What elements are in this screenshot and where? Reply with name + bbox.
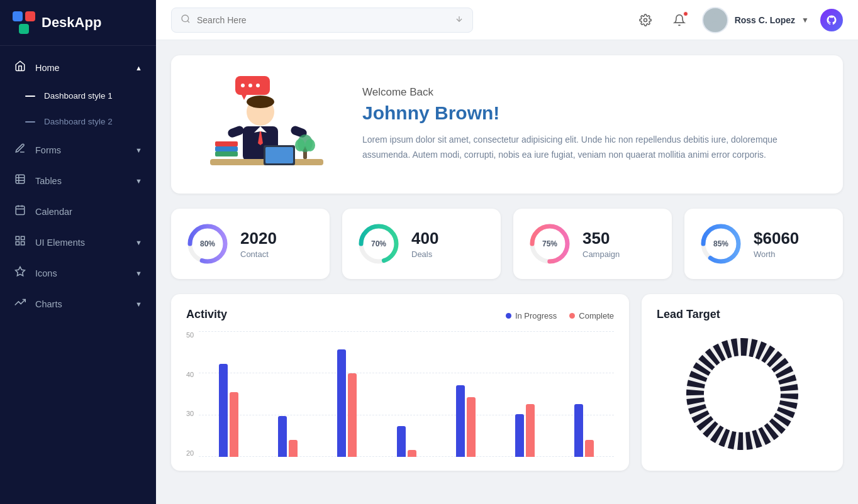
stat-label: Deals — [411, 249, 438, 259]
sidebar-nav: Home ▲ Dashboard style 1 Dashboard style… — [0, 46, 156, 504]
lead-title: Lead Target — [657, 308, 828, 321]
donut-label: 75% — [542, 239, 557, 248]
icons-chevron: ▼ — [135, 270, 142, 277]
donut-ring: 80% — [186, 222, 229, 265]
charts-chevron: ▼ — [135, 300, 142, 308]
donut-ring: 85% — [699, 222, 742, 265]
bar-in-progress — [219, 364, 228, 457]
notification-dot — [683, 11, 688, 16]
bar-in-progress — [278, 416, 287, 457]
donut-ring: 75% — [528, 222, 571, 265]
stat-info: 2020 Contact — [240, 229, 277, 259]
forms-label: Forms — [35, 145, 61, 155]
stat-card-worth: 85% $6060 Worth — [684, 209, 843, 279]
bar-pair — [574, 404, 594, 457]
sidebar-item-dashboard2[interactable]: Dashboard style 2 — [0, 109, 156, 134]
svg-rect-11 — [16, 236, 19, 239]
stat-info: 400 Deals — [411, 229, 438, 259]
bar-complete — [289, 440, 298, 457]
welcome-card: Welcome Back Johnny Brown! Lorem ipsum d… — [171, 55, 843, 194]
sidebar: DeskApp Home ▲ Dashboard style 1 Dashboa… — [0, 0, 156, 504]
svg-rect-13 — [16, 242, 19, 245]
sidebar-item-ui-elements[interactable]: UI Elements ▼ — [0, 227, 156, 258]
welcome-text: Welcome Back Johnny Brown! Lorem ipsum d… — [362, 86, 823, 163]
dashboard1-label: Dashboard style 1 — [44, 91, 113, 101]
search-bar[interactable] — [171, 8, 473, 33]
welcome-name: Johnny Brown! — [362, 102, 823, 124]
bottom-row: Activity In ProgressComplete 50403020 — [171, 294, 843, 471]
legend-label: In Progress — [515, 311, 557, 320]
bar-pair — [278, 416, 298, 457]
github-button[interactable] — [820, 9, 843, 31]
home-icon — [14, 60, 26, 75]
svg-point-19 — [644, 18, 647, 21]
y-axis-label: 20 — [186, 449, 194, 457]
bars-group — [199, 331, 614, 457]
dashboard2-label: Dashboard style 2 — [44, 117, 113, 126]
sidebar-item-tables[interactable]: Tables ▼ — [0, 165, 156, 196]
settings-button[interactable] — [634, 9, 657, 31]
activity-card: Activity In ProgressComplete 50403020 — [171, 294, 629, 471]
sidebar-item-charts[interactable]: Charts ▼ — [0, 288, 156, 319]
avatar — [702, 7, 728, 33]
tables-chevron: ▼ — [135, 177, 142, 185]
app-name: DeskApp — [42, 14, 101, 31]
sidebar-item-icons[interactable]: Icons ▼ — [0, 258, 156, 288]
bar-in-progress — [456, 385, 465, 457]
stat-info: $6060 Worth — [754, 229, 799, 259]
svg-marker-25 — [242, 95, 247, 100]
svg-line-17 — [187, 21, 189, 23]
donut-label: 85% — [713, 239, 728, 248]
lead-donut — [657, 331, 828, 457]
stat-card-campaign: 75% 350 Campaign — [513, 209, 672, 279]
icons-label: Icons — [35, 268, 57, 278]
forms-icon — [14, 143, 26, 157]
bar-in-progress — [574, 404, 583, 457]
sidebar-item-dashboard1[interactable]: Dashboard style 1 — [0, 83, 156, 109]
bar-pair — [456, 385, 476, 457]
bar-complete — [467, 397, 476, 457]
svg-rect-12 — [21, 236, 25, 239]
bar-complete — [408, 450, 416, 457]
bar-pair — [219, 364, 238, 457]
svg-point-16 — [182, 15, 189, 22]
donut-label: 70% — [371, 239, 386, 248]
legend-dot — [569, 313, 575, 319]
stat-value: 400 — [411, 229, 438, 248]
stat-value: 350 — [582, 229, 620, 248]
search-input[interactable] — [197, 15, 448, 25]
svg-marker-15 — [16, 267, 25, 276]
notifications-button[interactable] — [668, 9, 691, 31]
stat-card-contact: 80% 2020 Contact — [171, 209, 330, 279]
user-menu[interactable]: Ross C. Lopez ▼ — [702, 7, 809, 33]
home-chevron: ▲ — [135, 64, 142, 72]
icons-icon — [14, 266, 26, 280]
sub-dash-icon2 — [25, 121, 35, 123]
welcome-description: Lorem ipsum dolor sit amet, consectetur … — [362, 133, 823, 163]
sidebar-item-forms[interactable]: Forms ▼ — [0, 134, 156, 165]
bar-pair — [515, 404, 535, 457]
forms-chevron: ▼ — [135, 146, 142, 154]
sidebar-item-calendar[interactable]: Calendar — [0, 196, 156, 227]
svg-rect-1 — [25, 11, 35, 21]
ui-elements-icon — [14, 235, 26, 249]
welcome-illustration — [191, 68, 342, 181]
activity-title: Activity — [186, 308, 227, 321]
charts-label: Charts — [35, 299, 62, 309]
bar-in-progress — [397, 426, 406, 457]
svg-point-22 — [241, 84, 245, 87]
svg-point-42 — [295, 139, 305, 151]
chart-legend: In ProgressComplete — [506, 311, 614, 320]
bar-pair — [397, 426, 416, 457]
lead-card: Lead Target — [642, 294, 843, 471]
bar-in-progress — [337, 349, 346, 457]
stat-card-deals: 70% 400 Deals — [342, 209, 501, 279]
tables-icon — [14, 173, 26, 188]
topbar: Ross C. Lopez ▼ — [156, 0, 858, 40]
sub-dash-icon — [25, 96, 35, 97]
svg-rect-36 — [265, 147, 293, 163]
logo-icon — [13, 11, 35, 34]
sidebar-item-home[interactable]: Home ▲ — [0, 52, 156, 83]
welcome-greeting: Welcome Back — [362, 86, 823, 99]
svg-rect-38 — [215, 146, 238, 151]
